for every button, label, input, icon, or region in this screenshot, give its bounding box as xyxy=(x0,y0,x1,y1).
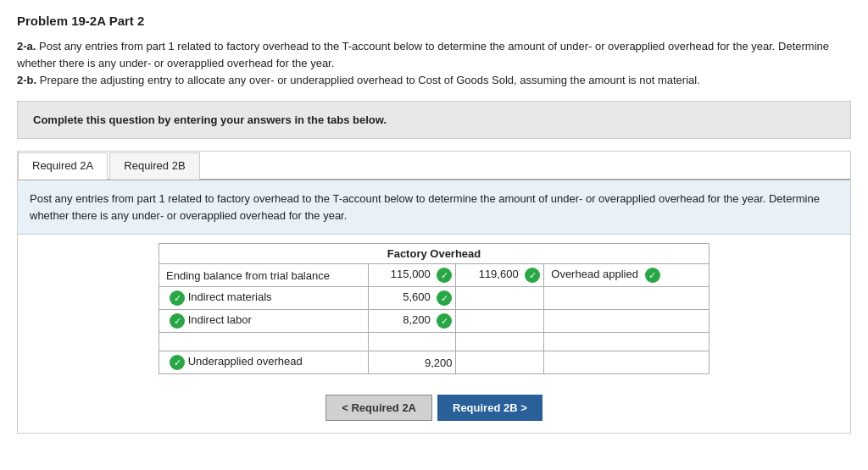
table-row: Ending balance from trial balance 115,00… xyxy=(159,264,709,287)
row1-left-label: Ending balance from trial balance xyxy=(159,264,369,287)
tab-required-2a[interactable]: Required 2A xyxy=(18,152,108,180)
row3-left-check-icon: ✓ xyxy=(170,313,185,329)
instructions: 2-a. Post any entries from part 1 relate… xyxy=(17,38,851,89)
t-account-title: Factory Overhead xyxy=(159,244,709,264)
complete-box-text: Complete this question by entering your … xyxy=(33,113,387,126)
row1-left-check-icon: ✓ xyxy=(437,268,452,283)
prev-button[interactable]: < Required 2A xyxy=(326,395,432,421)
t-account-wrapper: Factory Overhead Ending balance from tri… xyxy=(18,235,850,386)
row4-left-amount xyxy=(368,333,456,351)
row3-right-label xyxy=(544,310,709,333)
row5-left-check-icon: ✓ xyxy=(170,355,185,370)
instruction-2b: Prepare the adjusting entry to allocate … xyxy=(40,74,700,86)
row4-right-label xyxy=(544,333,709,351)
table-row-empty xyxy=(159,333,709,351)
row2-left-amount: 5,600 ✓ xyxy=(368,287,456,310)
row3-left-amount: 8,200 ✓ xyxy=(368,310,456,333)
row2-right-amount xyxy=(456,287,544,310)
row1-right-label-check-icon: ✓ xyxy=(645,268,660,283)
row3-right-amount xyxy=(456,310,544,333)
table-row: ✓ Indirect labor 8,200 ✓ xyxy=(159,310,709,333)
next-button[interactable]: Required 2B > xyxy=(437,395,542,421)
row5-left-amount: 9,200 xyxy=(368,351,456,374)
row1-right-amount: 119,600 ✓ xyxy=(456,264,544,287)
tabs-header: Required 2A Required 2B xyxy=(18,152,850,180)
row4-left-label xyxy=(159,333,369,351)
row2-left-check-icon: ✓ xyxy=(170,290,185,306)
instruction-2a: Post any entries from part 1 related to … xyxy=(17,40,829,69)
row2-left-label: ✓ Indirect materials xyxy=(159,287,369,310)
row2-amount-check-icon: ✓ xyxy=(437,290,452,306)
row5-left-label: ✓ Underapplied overhead xyxy=(159,351,369,374)
row2-right-label xyxy=(544,287,709,310)
table-row: ✓ Underapplied overhead 9,200 xyxy=(159,351,709,374)
row1-right-check-icon: ✓ xyxy=(525,268,540,283)
row1-left-amount: 115,000 ✓ xyxy=(368,264,456,287)
complete-box: Complete this question by entering your … xyxy=(17,101,851,139)
row5-right-label xyxy=(544,351,709,374)
row1-right-label: Overhead applied ✓ xyxy=(544,264,709,287)
row5-right-amount xyxy=(456,351,544,374)
tab-required-2b[interactable]: Required 2B xyxy=(109,152,199,180)
tab-content-description: Post any entries from part 1 related to … xyxy=(18,180,850,235)
row3-amount-check-icon: ✓ xyxy=(437,313,452,329)
nav-buttons: < Required 2A Required 2B > xyxy=(18,386,850,433)
row3-left-label: ✓ Indirect labor xyxy=(159,310,369,333)
row4-right-amount xyxy=(456,333,544,351)
page-title: Problem 19-2A Part 2 xyxy=(17,14,851,28)
table-row: ✓ Indirect materials 5,600 ✓ xyxy=(159,287,709,310)
tabs-container: Required 2A Required 2B Post any entries… xyxy=(17,151,851,434)
t-account-table: Factory Overhead Ending balance from tri… xyxy=(159,243,709,374)
